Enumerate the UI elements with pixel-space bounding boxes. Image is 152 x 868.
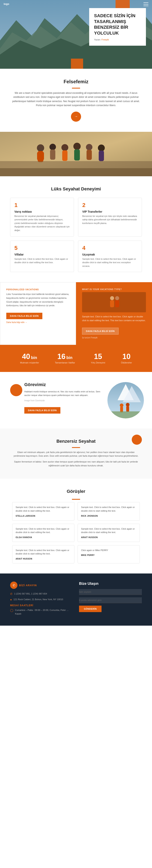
svg-rect-16: [74, 149, 80, 160]
phone-icon-circle: ✆: [10, 582, 18, 589]
footer-form-col: Bize Ulaşın GÖNDERİN: [79, 582, 142, 618]
stat-label-3: Yılrç Deneyimi: [91, 362, 105, 364]
phone-icon-2: ✆: [10, 592, 12, 595]
review-author-5: ARAIT HUSSON: [16, 558, 71, 560]
footer-address: 121 Rock Calderi, 21 Bohon, New York, NY…: [14, 598, 63, 601]
svg-rect-5: [71, 59, 83, 69]
luxury-item-1: 1 Varış noktası Benzersiz bir seyahat pl…: [10, 198, 74, 237]
email-input[interactable]: [79, 597, 142, 603]
stat-number-3: 15: [91, 353, 105, 360]
review-author-4: ARAIT HUSSON: [81, 536, 136, 538]
luxury-title-5: Villalar: [15, 253, 70, 256]
mission-section: Görevimiz Habitant morbi tristique senec…: [0, 372, 152, 429]
svg-point-33: [126, 403, 129, 406]
svg-rect-22: [0, 168, 152, 176]
svg-point-17: [86, 144, 93, 150]
svg-rect-18: [86, 150, 92, 160]
luxury-item-4: 4 Uçuşmak Sample text. Click to select t…: [78, 241, 142, 272]
personalized-left-button[interactable]: DAHA FAZLA BİLGİ EDİN: [6, 313, 42, 319]
review-card-5: Sample text. Click to select the text bo…: [12, 545, 74, 563]
luxury-number-5: 5: [15, 245, 70, 251]
svg-point-7: [37, 144, 44, 152]
luxury-number-1: 1: [15, 202, 70, 209]
unique-bar: [72, 447, 80, 448]
stat-number-4: 10: [121, 353, 132, 360]
reviews-section: Görüşler Sample text. Click to select th…: [0, 479, 152, 574]
review-author-2: RICK JHONSON: [81, 515, 136, 517]
submit-button[interactable]: GÖNDERİN: [79, 606, 102, 612]
reviews-heading: Görüşler: [12, 489, 140, 494]
name-input[interactable]: [79, 589, 142, 595]
stat-label-2: Tamamlanan Vakflar: [55, 362, 75, 364]
review-text-5: Sample text. Click to select the text bo…: [16, 549, 71, 556]
hero-card: SADECE SİZİN İÇİN TASARLANMIŞ BENZERSİZ …: [89, 8, 146, 46]
footer-hours-section: MESAİ SAATLERİ ◯ Cumartesi – Patta : 09:…: [10, 604, 73, 616]
luxury-grid: 1 Varış noktası Benzersiz bir seyahat pl…: [10, 198, 142, 272]
review-card-6: Click again or Mike PERRY MIKE PERRY: [78, 545, 140, 563]
footer-phone-row: ✆ 1 (234) 567 891, 1 (234) 987-654: [10, 592, 73, 596]
luxury-title-4: Uçuşmak: [82, 253, 137, 256]
footer-contact-header: ✆ BİZİ ARAYIN: [10, 582, 73, 589]
couple-image: [82, 292, 146, 312]
personalized-left-text: Lüks Yunanistan'da köye özet tatillerde …: [6, 292, 70, 307]
personalized-left-link[interactable]: Daha fazla bilgi edin →: [6, 321, 70, 323]
contact-heading: BİZİ ARAYIN: [19, 584, 37, 587]
luxury-item-2: 2 VIP Transferler Benzersiz bir seyahat …: [78, 198, 142, 237]
svg-rect-24: [110, 300, 114, 307]
reach-heading: Bize Ulaşın: [79, 582, 142, 586]
mission-circle-col: [8, 382, 24, 396]
svg-point-19: [98, 145, 105, 151]
svg-rect-12: [50, 150, 55, 160]
unique-section: Benzersiz Seyahat Etiam vel minimum aliq…: [0, 429, 152, 479]
review-card-4: Sample text. Click to select the text bo…: [78, 524, 140, 542]
review-card-3: Sample text. Click to select the text bo…: [12, 524, 74, 542]
mission-button[interactable]: DAHA FAZLA BİLGİ EDİN: [24, 407, 60, 413]
philosophy-heading: Felsefemiz: [12, 79, 140, 85]
footer-phone: 1 (234) 567 891, 1 (234) 987-654: [14, 592, 47, 596]
footer-hours-row: ◯ Cumartesi – Patta : 09:00 – 20:00, Cum…: [10, 609, 73, 616]
luxury-text-4: Sample text. Click to select the text bo…: [82, 257, 137, 268]
review-text-4: Sample text. Click to select the text bo…: [81, 527, 136, 534]
stat-1: 40 bin Mutmain müşteriler: [20, 353, 39, 364]
svg-rect-35: [107, 411, 144, 418]
personalized-right-label: WHAT IS YOUR VACATIONS TYPE?: [82, 288, 146, 290]
mission-img-credit: Image from Üzerinizde: [24, 399, 103, 402]
header: logo SADECE SİZİN İÇİN TASARLANMIŞ BENZE…: [0, 0, 152, 69]
luxury-heading: Lüks Seyahat Deneyimi: [10, 186, 142, 192]
footer-hours: Cumartesi – Patta : 09:00 – 20:00, Cumun…: [15, 609, 73, 616]
unique-heading: Benzersiz Seyahat: [12, 439, 140, 444]
stat-number-2: 16 bin: [55, 353, 75, 360]
review-author-3: OLGA IVANOVA: [16, 536, 71, 538]
hero-author-link[interactable]: Freepik: [102, 38, 109, 41]
mission-image: [107, 382, 144, 418]
arrow-icon: →: [74, 115, 78, 119]
personalized-section: PERSONALIZED VACATIONS Lüks Yunanistan'd…: [0, 282, 152, 345]
personalized-right: WHAT IS YOUR VACATIONS TYPE? Sample text…: [76, 282, 152, 345]
people-svg: [0, 132, 152, 176]
review-author-6: MIKE PERRY: [81, 554, 136, 556]
svg-rect-20: [99, 151, 104, 161]
svg-rect-26: [115, 300, 119, 307]
svg-rect-9: [37, 152, 40, 160]
svg-point-23: [110, 296, 114, 300]
review-card-1: Sample text. Click to select the text bo…: [12, 502, 74, 520]
review-text-2: Sample text. Click to select the text bo…: [81, 505, 136, 513]
luxury-section: Lüks Seyahat Deneyimi 1 Varış noktası Be…: [0, 176, 152, 282]
mission-circle-icon: [10, 384, 22, 396]
svg-rect-14: [62, 150, 68, 161]
mission-text: Habitant morbi tristique senectus et. Ne…: [24, 390, 103, 397]
stat-number-1: 40 bin: [20, 353, 39, 360]
phone-icon: ✆: [12, 583, 15, 587]
personalized-right-button[interactable]: DAHA FAZLA BİLGİ EDİN: [82, 328, 119, 335]
review-author-1: STELLA LARSSON: [16, 515, 71, 517]
mission-credit-link[interactable]: Üzerinizde: [35, 399, 45, 402]
review-text-6: Click again or Mike PERRY: [81, 549, 136, 552]
svg-rect-34: [126, 406, 129, 412]
svg-point-25: [115, 296, 119, 300]
review-text-1: Sample text. Click to select the text bo…: [16, 505, 71, 513]
personalized-right-link[interactable]: İyi turizm Freepik: [82, 337, 146, 339]
clock-icon: ◯: [10, 609, 14, 612]
stat-2: 16 bin Tamamlanan Vakflar: [55, 353, 75, 364]
hamburger-menu[interactable]: [144, 2, 148, 6]
philosophy-cta[interactable]: →: [71, 112, 81, 122]
